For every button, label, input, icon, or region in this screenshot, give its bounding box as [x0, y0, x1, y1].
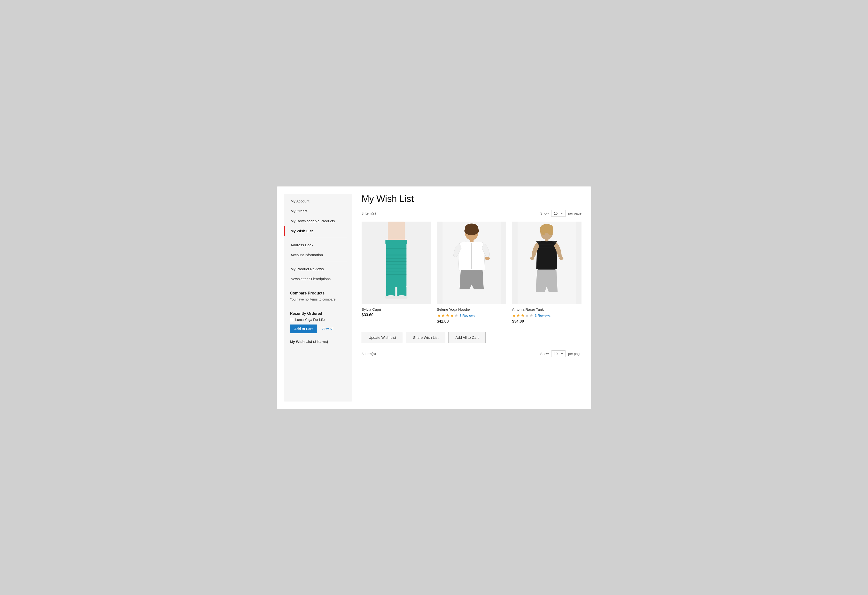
svg-point-28 [540, 225, 546, 235]
recently-ordered-checkbox[interactable] [290, 318, 293, 321]
update-wish-list-button[interactable]: Update Wish List [362, 332, 403, 343]
star-3-1: ★ [512, 313, 516, 318]
svg-rect-16 [385, 296, 397, 298]
svg-rect-2 [386, 244, 406, 287]
sidebar-item-my-wish-list[interactable]: My Wish List [284, 226, 352, 236]
svg-rect-17 [396, 296, 407, 298]
star-2-5: ★ [454, 313, 458, 318]
product-card-antonia-racer-tank: Antonia Racer Tank ★ ★ ★ ★ ★ 3 Reviews $… [512, 221, 582, 325]
sidebar: My Account My Orders My Downloadable Pro… [284, 194, 352, 402]
svg-rect-12 [386, 286, 395, 296]
product-card-sylvia-capri: Sylvia Capri $33.60 [362, 221, 431, 325]
star-3-2: ★ [516, 313, 520, 318]
sidebar-item-my-account[interactable]: My Account [284, 196, 352, 206]
show-label-top: Show [540, 211, 549, 215]
share-wish-list-button[interactable]: Share Wish List [406, 332, 445, 343]
reviews-link-2[interactable]: 3 Reviews [460, 314, 475, 317]
sidebar-item-my-downloadable-products[interactable]: My Downloadable Products [284, 216, 352, 226]
items-count-row-bottom: 3 Item(s) Show 10 20 50 per page [362, 350, 582, 357]
add-to-cart-button[interactable]: Add to Cart [290, 325, 317, 333]
product-price-3: $34.00 [512, 319, 582, 323]
product-name-3[interactable]: Antonia Racer Tank [512, 307, 582, 312]
page-wrapper: My Account My Orders My Downloadable Pro… [277, 186, 591, 409]
star-3-3: ★ [521, 313, 525, 318]
show-label-bottom: Show [540, 352, 549, 356]
product-svg-1 [362, 221, 431, 304]
per-page-select-bottom[interactable]: 10 20 50 [551, 350, 566, 357]
product-svg-2 [437, 221, 506, 304]
product-name-2[interactable]: Selene Yoga Hoodie [437, 307, 506, 312]
products-grid: Sylvia Capri $33.60 [362, 221, 582, 325]
per-page-select-top[interactable]: 10 20 50 [551, 210, 566, 217]
product-svg-3 [512, 221, 582, 304]
product-price-1: $33.60 [362, 313, 431, 317]
sidebar-item-my-product-reviews[interactable]: My Product Reviews [284, 264, 352, 274]
items-count-row-top: 3 Item(s) Show 10 20 50 per page [362, 210, 582, 217]
items-count-top: 3 Item(s) [362, 211, 376, 215]
svg-point-29 [548, 225, 554, 235]
svg-point-24 [485, 257, 490, 260]
product-price-2: $42.00 [437, 319, 506, 323]
recently-ordered-section: Recently Ordered Luma Yoga For Life Add … [284, 307, 352, 336]
star-2-3: ★ [446, 313, 450, 318]
view-all-link[interactable]: View All [321, 327, 333, 331]
product-image-antonia-racer-tank[interactable] [512, 221, 582, 304]
compare-products-section: Compare Products You have no items to co… [284, 286, 352, 307]
sidebar-nav: My Account My Orders My Downloadable Pro… [284, 194, 352, 286]
svg-point-21 [464, 226, 479, 235]
main-content: My Wish List 3 Item(s) Show 10 20 50 per… [359, 194, 584, 402]
svg-point-33 [530, 257, 534, 260]
sidebar-item-address-book[interactable]: Address Book [284, 240, 352, 250]
per-page-label-bottom: per page [568, 352, 582, 356]
star-3-4: ★ [525, 313, 529, 318]
compare-products-text: You have no items to compare. [290, 297, 346, 301]
product-image-selene-yoga-hoodie[interactable] [437, 221, 506, 304]
star-2-2: ★ [441, 313, 445, 318]
stars-2: ★ ★ ★ ★ ★ [437, 313, 458, 318]
recently-ordered-title: Recently Ordered [290, 312, 346, 316]
reviews-link-3[interactable]: 3 Reviews [535, 314, 551, 317]
sidebar-divider-2 [289, 262, 347, 262]
items-count-bottom: 3 Item(s) [362, 351, 376, 356]
star-2-1: ★ [437, 313, 441, 318]
recently-ordered-item-name: Luma Yoga For Life [295, 318, 325, 322]
sidebar-item-account-information[interactable]: Account Information [284, 250, 352, 260]
star-2-4: ★ [450, 313, 454, 318]
sidebar-item-my-orders[interactable]: My Orders [284, 206, 352, 216]
sidebar-item-newsletter-subscriptions[interactable]: Newsletter Subscriptions [284, 274, 352, 284]
svg-rect-13 [397, 286, 406, 296]
per-page-label-top: per page [568, 211, 582, 215]
svg-rect-0 [388, 221, 405, 241]
product-image-sylvia-capri[interactable] [362, 221, 431, 304]
product-rating-2: ★ ★ ★ ★ ★ 3 Reviews [437, 313, 506, 318]
action-buttons: Update Wish List Share Wish List Add All… [362, 332, 582, 343]
product-card-selene-yoga-hoodie: Selene Yoga Hoodie ★ ★ ★ ★ ★ 3 Reviews $… [437, 221, 506, 325]
star-3-5: ★ [529, 313, 533, 318]
sidebar-wish-list-title: My Wish List (3 items) [284, 336, 352, 346]
add-all-to-cart-button[interactable]: Add All to Cart [448, 332, 486, 343]
stars-3: ★ ★ ★ ★ ★ [512, 313, 533, 318]
page-title: My Wish List [362, 194, 582, 204]
recently-ordered-item: Luma Yoga For Life [290, 318, 346, 322]
product-rating-3: ★ ★ ★ ★ ★ 3 Reviews [512, 313, 582, 318]
per-page-control-bottom: Show 10 20 50 per page [540, 350, 582, 357]
product-name-1[interactable]: Sylvia Capri [362, 307, 431, 312]
per-page-control-top: Show 10 20 50 per page [540, 210, 582, 217]
compare-products-title: Compare Products [290, 291, 346, 295]
svg-point-34 [559, 257, 564, 260]
